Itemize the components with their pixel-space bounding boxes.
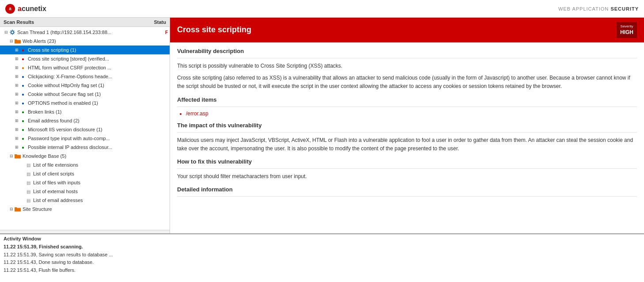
svg-point-0: [11, 31, 14, 34]
tree-item-kb-email-addr[interactable]: ▤ List of email addresses: [0, 196, 170, 205]
severity-value: HIGH: [620, 29, 633, 36]
tree-item-kb-ext-hosts[interactable]: ▤ List of external hosts: [0, 187, 170, 196]
xss-stored-label: Cross site scripting [stored] (verified.…: [28, 56, 109, 61]
status-col-label: Statu: [154, 19, 167, 25]
knowledge-base-label: Knowledge Base (5): [23, 153, 66, 159]
tree-item-xss-stored[interactable]: ⊞ ● Cross site scripting [stored] (verif…: [0, 54, 170, 63]
expand-icon[interactable]: ⊞: [14, 127, 19, 132]
expand-icon[interactable]: ⊞: [14, 145, 19, 149]
expand-icon[interactable]: ⊟: [9, 207, 14, 211]
divider: [177, 168, 637, 169]
doc-icon: ▤: [25, 197, 32, 204]
app-tagline: WEB APPLICATION SECURITY: [558, 6, 639, 11]
divider: [177, 58, 637, 58]
expand-icon[interactable]: ⊞: [14, 92, 19, 96]
severity-info-icon: ●: [19, 82, 27, 89]
xss-label: Cross site scripting (1): [28, 47, 76, 53]
log-entry-2: 11.22 15:51.39, Saving scan results to d…: [4, 251, 640, 259]
expand-icon[interactable]: ⊞: [14, 118, 19, 123]
tree-item-kb-client-scripts[interactable]: ▤ List of client scripts: [0, 169, 170, 178]
tree-item-knowledge-base[interactable]: ⊟ Knowledge Base (5): [0, 152, 170, 160]
tree-item-kb-file-ext[interactable]: ▤ List of file extensions: [0, 160, 170, 169]
scan-results-label: Scan Results: [4, 19, 34, 25]
cookie-httponly-label: Cookie without HttpOnly flag set (1): [28, 83, 104, 88]
scan-results-tree[interactable]: ⊟ Scan Thread 1 (http://192.168.154.233:…: [0, 27, 170, 230]
tree-item-email-found[interactable]: ⊞ ● Email address found (2): [0, 116, 170, 125]
expand-icon[interactable]: ⊞: [14, 57, 19, 61]
tree-item-ip-disclosure[interactable]: ⊞ ● Possible internal IP address disclos…: [0, 143, 170, 152]
tree-item-iis-version[interactable]: ⊞ ● Microsoft IIS version disclosure (1): [0, 125, 170, 134]
expand-icon[interactable]: ⊞: [14, 74, 19, 79]
clickjacking-label: Clickjacking: X-Frame-Options heade...: [28, 74, 112, 79]
severity-medium-icon: ●: [19, 64, 27, 71]
expand-icon[interactable]: ⊞: [14, 48, 19, 52]
log-entry-3: 11.22 15:51.43, Done saving to database.: [4, 259, 640, 267]
site-folder-icon: [14, 206, 21, 213]
severity-low-icon: ●: [19, 117, 27, 124]
expand-icon[interactable]: ⊞: [14, 83, 19, 88]
expand-icon[interactable]: ⊞: [14, 110, 19, 114]
tree-item-site-structure[interactable]: ⊟ Site Structure: [0, 205, 170, 213]
activity-window: Activity Window 11.22 15:51.39, Finished…: [0, 233, 644, 282]
vuln-content: Vulnerability description This script is…: [170, 42, 644, 206]
cookie-secure-label: Cookie without Secure flag set (1): [28, 91, 101, 97]
severity-info-icon: ●: [19, 91, 27, 98]
section-title-impact: The impact of this vulnerability: [177, 122, 637, 129]
expand-icon[interactable]: ⊟: [4, 30, 9, 34]
expand-icon[interactable]: ⊞: [14, 136, 19, 141]
expand-icon[interactable]: ⊞: [14, 65, 19, 70]
tree-item-options-method[interactable]: ⊞ ● OPTIONS method is enabled (1): [0, 99, 170, 107]
site-structure-label: Site Structure: [23, 206, 52, 212]
tree-item-broken-links[interactable]: ⊞ ● Broken links (1): [0, 107, 170, 116]
severity-info-icon: ●: [19, 73, 27, 80]
left-panel-header: Scan Results Statu: [0, 18, 170, 27]
expand-icon[interactable]: ⊟: [9, 154, 14, 158]
top-bar: a acunetix WEB APPLICATION SECURITY: [0, 0, 644, 18]
logo-icon: a: [5, 4, 15, 14]
tree-item-kb-files-inputs[interactable]: ▤ List of files with inputs: [0, 178, 170, 187]
affected-item[interactable]: /error.asp: [186, 111, 637, 117]
tree-item-cookie-httponly[interactable]: ⊞ ● Cookie without HttpOnly flag set (1): [0, 81, 170, 90]
affected-item-link[interactable]: /error.asp: [186, 111, 208, 117]
tree-item-scan-thread[interactable]: ⊟ Scan Thread 1 (http://192.168.154.233:…: [0, 28, 170, 37]
scan-status: F: [165, 30, 168, 35]
left-panel: Scan Results Statu ⊟ Scan Thread 1 (http…: [0, 18, 170, 233]
scan-thread-label: Scan Thread 1 (http://192.168.154.233:88…: [17, 30, 111, 35]
fix-para1: Your script should filter metacharacters…: [177, 172, 637, 181]
section-title-fix: How to fix this vulnerability: [177, 158, 637, 165]
logo-area: a acunetix: [5, 4, 46, 14]
kb-client-scripts-label: List of client scripts: [33, 171, 74, 176]
severity-badge: Severity HIGH: [617, 22, 637, 38]
tree-item-web-alerts[interactable]: ⊟ Web Alerts (23): [0, 37, 170, 46]
tree-item-html-csrf[interactable]: ⊞ ● HTML form without CSRF protection ..…: [0, 63, 170, 72]
vuln-header: Cross site scripting Severity HIGH: [170, 18, 644, 42]
expand-icon[interactable]: ⊞: [14, 101, 19, 105]
password-auto-label: Password type input with auto-comp...: [28, 136, 110, 141]
kb-ext-hosts-label: List of external hosts: [33, 189, 78, 194]
html-csrf-label: HTML form without CSRF protection ...: [28, 65, 111, 70]
gear-icon: [9, 29, 16, 36]
tree-item-clickjacking[interactable]: ⊞ ● Clickjacking: X-Frame-Options heade.…: [0, 72, 170, 81]
tree-item-xss[interactable]: ⊞ ● Cross site scripting (1): [0, 46, 170, 54]
options-method-label: OPTIONS method is enabled (1): [28, 100, 98, 106]
tree-item-cookie-secure[interactable]: ⊞ ● Cookie without Secure flag set (1): [0, 90, 170, 99]
tree-item-password-auto[interactable]: ⊞ ● Password type input with auto-comp..…: [0, 134, 170, 143]
horizontal-scrollbar[interactable]: [0, 230, 170, 233]
severity-high-icon: ●: [19, 46, 27, 53]
log-entry-1: 11.22 15:51.39, Finished scanning.: [4, 243, 640, 251]
broken-links-label: Broken links (1): [28, 109, 61, 114]
ip-disclosure-label: Possible internal IP address disclosur..…: [28, 145, 112, 150]
severity-label: Severity: [620, 24, 633, 29]
kb-files-inputs-label: List of files with inputs: [33, 180, 80, 185]
doc-icon: ▤: [25, 170, 32, 177]
divider: [177, 107, 637, 107]
affected-items-list: /error.asp: [186, 111, 637, 117]
doc-icon: ▤: [25, 188, 32, 195]
section-title-vuln-desc: Vulnerability description: [177, 48, 637, 54]
divider: [177, 196, 637, 197]
divider: [177, 132, 637, 133]
doc-icon: ▤: [25, 161, 32, 168]
log-entry-4: 11.22 15:51.43, Flush file buffers.: [4, 267, 640, 274]
expand-icon[interactable]: ⊟: [9, 39, 14, 43]
vuln-desc-para1: This script is possibly vulnerable to Cr…: [177, 62, 637, 70]
